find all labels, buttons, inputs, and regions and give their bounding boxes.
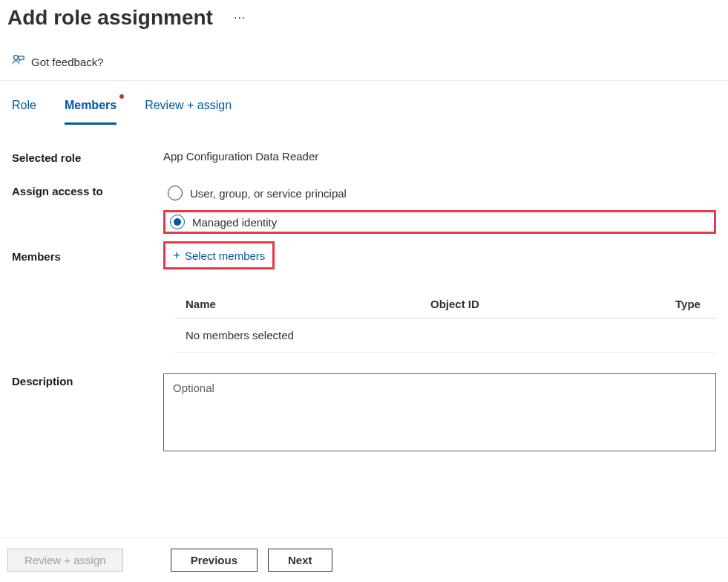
radio-circle-selected-icon	[170, 215, 185, 229]
assign-access-label: Assign access to	[12, 183, 163, 197]
previous-button[interactable]: Previous	[171, 549, 258, 572]
footer: Review + assign Previous Next	[0, 537, 728, 582]
selected-role-value: App Configuration Data Reader	[163, 150, 716, 163]
tab-members[interactable]: Members	[65, 94, 117, 125]
tab-members-label: Members	[65, 99, 117, 111]
plus-icon: +	[173, 248, 180, 263]
page-title: Add role assignment	[7, 6, 213, 30]
description-input[interactable]	[163, 373, 716, 451]
selected-role-label: Selected role	[12, 150, 163, 164]
feedback-icon	[12, 53, 25, 70]
radio-managed-identity[interactable]: Managed identity	[165, 212, 689, 232]
next-button[interactable]: Next	[268, 549, 332, 572]
review-assign-button[interactable]: Review + assign	[7, 549, 123, 572]
required-dot-icon	[119, 94, 124, 99]
select-members-label: Select members	[185, 249, 265, 262]
members-label: Members	[12, 249, 163, 263]
radio-user-group-sp-label: User, group, or service principal	[190, 187, 347, 200]
radio-user-group-sp[interactable]: User, group, or service principal	[163, 183, 716, 203]
description-label: Description	[12, 373, 163, 388]
members-table: Name Object ID Type No members selected	[175, 290, 716, 353]
tabs: Role Members Review + assign	[0, 81, 728, 125]
table-header-row: Name Object ID Type	[175, 290, 716, 318]
tab-role[interactable]: Role	[12, 94, 36, 125]
tab-review-assign[interactable]: Review + assign	[145, 94, 232, 125]
col-name: Name	[186, 298, 430, 310]
radio-circle-icon	[168, 186, 183, 200]
svg-point-0	[14, 56, 19, 60]
radio-managed-identity-label: Managed identity	[192, 216, 277, 229]
select-members-link[interactable]: + Select members	[165, 243, 272, 267]
feedback-link[interactable]: Got feedback?	[31, 56, 104, 68]
more-actions-icon[interactable]: ···	[234, 11, 246, 24]
col-object-id: Object ID	[430, 298, 675, 310]
col-type: Type	[675, 298, 716, 310]
table-empty-row: No members selected	[175, 318, 716, 353]
